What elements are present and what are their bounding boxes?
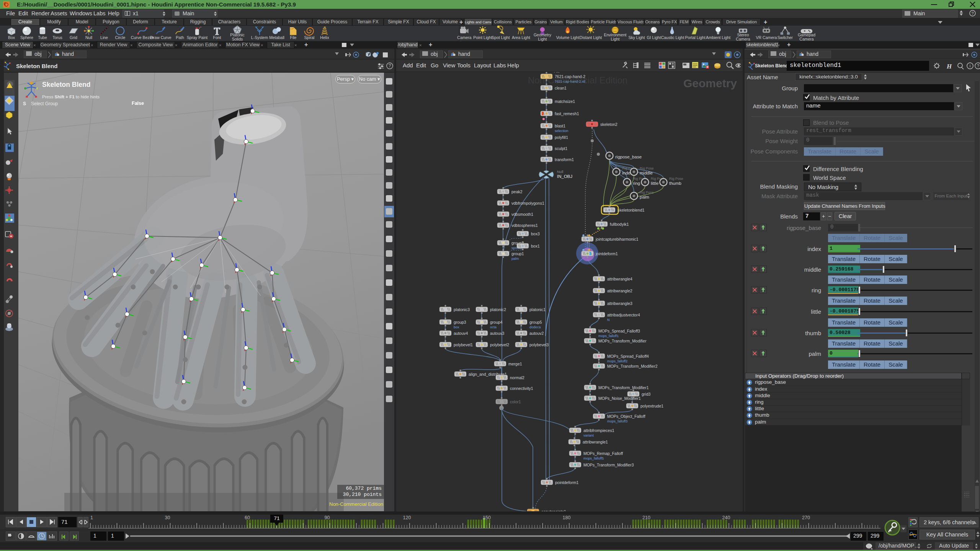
svg-text:grid3: grid3 xyxy=(642,392,651,396)
svg-text:platonic3: platonic3 xyxy=(454,307,470,312)
svg-text:1: 1 xyxy=(90,515,93,520)
svg-text:group4: group4 xyxy=(490,320,503,324)
svg-text:attribfrompieces1: attribfrompieces1 xyxy=(583,428,614,433)
svg-text:group1: group1 xyxy=(511,251,524,256)
svg-text:240: 240 xyxy=(722,515,730,520)
svg-text:palm: palm xyxy=(511,257,519,261)
svg-text:mops_falloff1: mops_falloff1 xyxy=(598,334,619,338)
svg-text:connectivity1: connectivity1 xyxy=(510,386,533,391)
svg-text:thumb: thumb xyxy=(669,181,681,186)
svg-text:box: box xyxy=(454,325,459,329)
svg-text:7621-cap-hand-2.stl: 7621-cap-hand-2.stl xyxy=(555,80,585,83)
svg-text:platonic2: platonic2 xyxy=(490,307,506,312)
svg-text:vdbsmooth1: vdbsmooth1 xyxy=(511,212,533,217)
svg-text:matchsize1: matchsize1 xyxy=(555,99,575,104)
svg-text:7621-cap-hand-2: 7621-cap-hand-2 xyxy=(555,74,585,79)
svg-text:sculpt1: sculpt1 xyxy=(555,146,567,151)
svg-text:?: ? xyxy=(389,63,391,68)
svg-text:rigpose_base: rigpose_base xyxy=(615,155,642,159)
svg-text:autouv2: autouv2 xyxy=(529,331,544,336)
svg-text:group5: group5 xyxy=(529,320,542,324)
svg-text:group3: group3 xyxy=(454,320,466,324)
svg-text:polybevel3: polybevel3 xyxy=(529,342,549,347)
svg-text:MOPs_Transform_Modifier1: MOPs_Transform_Modifier1 xyxy=(598,385,649,390)
svg-text:attribwrangle4: attribwrangle4 xyxy=(607,277,632,281)
svg-text:vdbfrompolygons1: vdbfrompolygons1 xyxy=(511,201,544,205)
svg-text:IN_OBJ: IN_OBJ xyxy=(557,174,572,179)
svg-text:vdbtospheres1: vdbtospheres1 xyxy=(511,223,538,228)
svg-text:MOPs_Transform_Modifier2: MOPs_Transform_Modifier2 xyxy=(607,364,658,368)
svg-text:MOPs_Spread_Falloff3: MOPs_Spread_Falloff3 xyxy=(598,329,640,333)
svg-text:attribwrangle3: attribwrangle3 xyxy=(607,301,632,306)
svg-text:210: 210 xyxy=(642,515,650,520)
svg-text:polyfill1: polyfill1 xyxy=(555,135,568,140)
svg-text:color1: color1 xyxy=(510,399,521,404)
svg-text:palm: palm xyxy=(640,195,649,199)
svg-text:30: 30 xyxy=(165,515,170,520)
svg-text:variant: variant xyxy=(583,434,594,437)
svg-text:MOPs_Object_Falloff: MOPs_Object_Falloff xyxy=(607,414,645,419)
svg-text:mops_falloff3: mops_falloff3 xyxy=(607,419,627,423)
svg-text:?: ? xyxy=(977,64,979,68)
svg-text:N: N xyxy=(607,318,610,322)
svg-text:polybevel2: polybevel2 xyxy=(490,342,509,347)
svg-text:little: little xyxy=(651,181,658,186)
svg-text:90: 90 xyxy=(325,515,330,520)
svg-text:H: H xyxy=(946,63,952,70)
svg-text:ring: ring xyxy=(633,181,640,186)
svg-text:middle: middle xyxy=(640,171,653,175)
svg-text:?: ? xyxy=(971,11,973,16)
svg-text:normal2: normal2 xyxy=(510,375,524,380)
svg-text:attribadjustvector4: attribadjustvector4 xyxy=(607,313,640,317)
svg-text:Rig Pose: Rig Pose xyxy=(669,177,683,181)
svg-text:270: 270 xyxy=(802,515,810,520)
svg-text:i: i xyxy=(970,64,970,68)
svg-text:autouv4: autouv4 xyxy=(454,331,468,336)
svg-text:fast_remesh1: fast_remesh1 xyxy=(555,111,579,116)
svg-text:attribwrangle1: attribwrangle1 xyxy=(583,440,608,444)
svg-text:skeletonblend1: skeletonblend1 xyxy=(617,208,645,212)
svg-text:Rig Pose: Rig Pose xyxy=(640,166,654,170)
svg-text:MOPs_Transform_Modifier: MOPs_Transform_Modifier xyxy=(598,339,647,343)
svg-text:File: File xyxy=(554,72,560,73)
svg-text:octa: octa xyxy=(490,325,497,329)
svg-text:150: 150 xyxy=(483,515,491,520)
svg-text:transform1: transform1 xyxy=(555,157,574,162)
svg-text:120: 120 xyxy=(403,515,411,520)
svg-text:selection: selection xyxy=(555,129,568,133)
svg-text:box3: box3 xyxy=(531,231,540,236)
svg-text:jointdeform1: jointdeform1 xyxy=(595,251,618,256)
svg-text:platonic1: platonic1 xyxy=(529,307,546,312)
svg-text:pointdeform1: pointdeform1 xyxy=(555,480,578,485)
svg-text:attribwrangle2: attribwrangle2 xyxy=(607,289,632,293)
svg-text:polybevel1: polybevel1 xyxy=(454,342,473,347)
svg-text:mops_falloff5: mops_falloff5 xyxy=(583,456,604,460)
svg-text:fullbodyik1: fullbodyik1 xyxy=(610,222,629,227)
svg-text:box1: box1 xyxy=(531,244,540,248)
svg-text:MOPs_Remap_Falloff: MOPs_Remap_Falloff xyxy=(583,451,623,456)
svg-text:polyextrude1: polyextrude1 xyxy=(640,404,663,408)
svg-text:jointcapturebiharmonic1: jointcapturebiharmonic1 xyxy=(595,237,639,241)
svg-text:MOPs_Noise_Modifier1: MOPs_Noise_Modifier1 xyxy=(598,396,641,401)
svg-text:clean1: clean1 xyxy=(555,86,567,90)
svg-text:copytopoints1: copytopoints1 xyxy=(541,509,566,512)
svg-text:blast1: blast1 xyxy=(555,124,565,128)
svg-text:Rig Pose: Rig Pose xyxy=(640,191,654,194)
svg-text:peak2: peak2 xyxy=(511,189,523,194)
svg-text:60: 60 xyxy=(245,515,250,520)
svg-text:180: 180 xyxy=(563,515,571,520)
svg-text:skeleton2: skeleton2 xyxy=(600,122,617,127)
svg-text:merge1: merge1 xyxy=(508,362,522,366)
svg-text:autouv3: autouv3 xyxy=(490,331,505,336)
svg-text:MOPs_Transform_Modifier3: MOPs_Transform_Modifier3 xyxy=(583,463,634,467)
svg-text:dodeca: dodeca xyxy=(529,325,541,329)
svg-text:MOPs_Spread_Falloff4: MOPs_Spread_Falloff4 xyxy=(607,354,649,359)
svg-text:Null: Null xyxy=(557,170,563,174)
svg-text:mops_falloff2: mops_falloff2 xyxy=(607,359,627,363)
